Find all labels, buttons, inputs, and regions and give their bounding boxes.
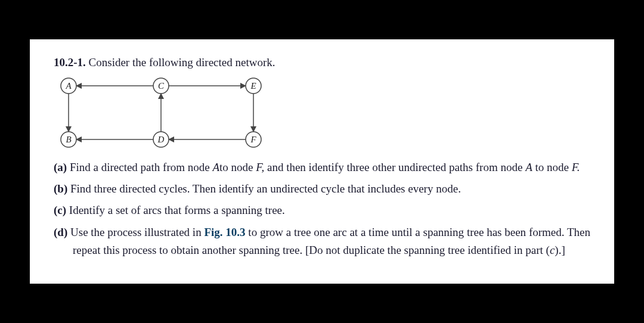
question-d-text1: Use the process illustrated in: [70, 226, 204, 238]
question-c: (c) Identify a set of arcs that forms a …: [54, 201, 590, 219]
question-a-node2: F,: [256, 161, 264, 173]
problem-intro: Consider the following directed network.: [89, 56, 275, 69]
question-b: (b) Find three directed cycles. Then ide…: [54, 180, 590, 198]
question-d: (d) Use the process illustrated in Fig. …: [54, 223, 590, 260]
question-a-text1: Find a directed path from node: [70, 161, 213, 173]
question-a-node3: A: [525, 161, 532, 173]
network-diagram: ABCDEF: [57, 74, 590, 151]
node-label-d: D: [157, 135, 165, 144]
question-a-node4: F.: [572, 161, 580, 173]
problem-header: 10.2-1. Consider the following directed …: [54, 56, 590, 69]
node-label-f: F: [250, 135, 256, 144]
node-label-c: C: [158, 81, 165, 91]
question-a-label: (a): [54, 161, 67, 173]
question-c-label: (c): [54, 204, 66, 216]
node-label-a: A: [65, 81, 72, 91]
question-a-text4: to node: [532, 161, 572, 173]
problem-number: 10.2-1.: [54, 56, 86, 69]
question-a-text2: to node: [219, 161, 256, 173]
problem-page: 10.2-1. Consider the following directed …: [30, 39, 614, 284]
node-label-e: E: [250, 81, 256, 91]
question-c-text: Identify a set of arcs that forms a span…: [69, 204, 285, 216]
fig-reference: Fig. 10.3: [204, 226, 245, 238]
node-label-b: B: [66, 135, 71, 144]
question-a-node1: A: [212, 161, 219, 173]
question-a: (a) Find a directed path from node Ato n…: [54, 159, 590, 176]
question-b-text: Find three directed cycles. Then identif…: [70, 182, 461, 195]
question-d-text3: ).]: [555, 244, 565, 256]
question-a-text3: and then identify three other undirected…: [264, 161, 525, 173]
question-d-label: (d): [54, 226, 67, 238]
network-svg: ABCDEF: [57, 74, 271, 151]
question-b-label: (b): [54, 182, 67, 195]
